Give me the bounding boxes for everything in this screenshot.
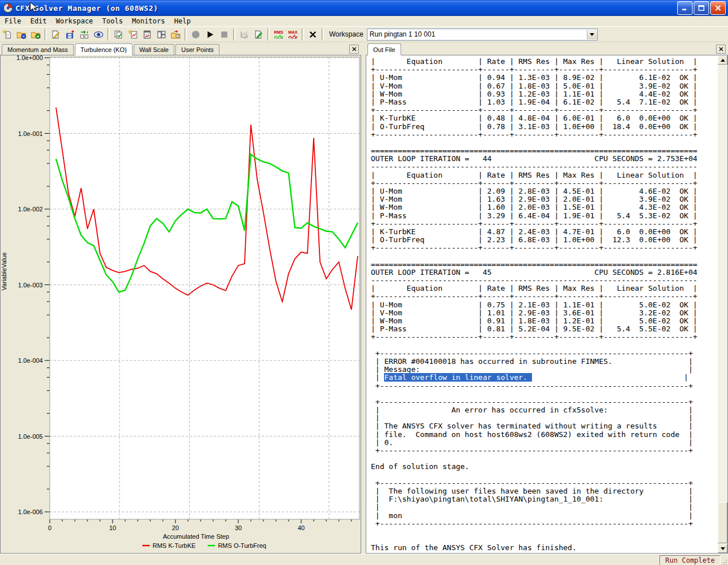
toolbar-separator [322,29,324,41]
workspace-options-button[interactable] [169,27,183,41]
new-monitor-button[interactable] [126,27,140,41]
out-file-text[interactable]: | Equation | Rate | RMS Res | Max Res | … [366,55,717,553]
out-file-line [371,471,717,479]
tab-momentum-and-mass[interactable]: Momentum and Mass [2,44,74,55]
out-file-line: ========================================… [371,147,717,155]
out-file-line: ----------------------------------------… [371,277,717,284]
tab-wall-scale[interactable]: Wall Scale [134,44,175,55]
scroll-down-button[interactable] [718,544,727,553]
menu-bar: FileEditWorkspaceToolsMonitorsHelp [0,16,728,26]
define-run-button[interactable] [49,27,63,41]
tab-turbulence-ko[interactable]: Turbulence (KO) [75,43,133,55]
toolbar-separator [185,29,187,41]
folder-windows-icon [171,30,181,39]
toolbar-separator [267,29,270,41]
y-axis-label: VariableValue [1,253,7,291]
out-file-line [371,390,717,398]
close-workspace-button[interactable] [306,27,320,41]
text-output-button[interactable] [140,27,154,41]
max-toggle-button[interactable]: MAX [286,27,300,41]
out-file-line: | U-Mom | 0.94 | 1.3E-03 | 8.9E-02 | 6.1… [371,74,717,82]
save-floppy-icon [65,30,75,39]
window-controls [676,1,728,15]
monitor-close-button[interactable] [349,45,359,54]
tile-plots-button[interactable] [154,27,169,41]
menu-tools[interactable]: Tools [98,17,127,26]
stop-run-button[interactable] [217,27,231,41]
out-file-line: This run of the ANSYS CFX Solver has fin… [371,544,717,552]
out-file-line: +-----------------------+------+--------… [371,333,717,341]
close-button[interactable] [710,1,726,15]
run-status-badge: Run Complete [659,555,721,565]
out-file-line [371,139,717,147]
out-file-line: +-----------------------+------+--------… [371,66,717,74]
out-file-line [371,528,717,536]
out-file-line: OUTER LOOP ITERATION = 45 CPU SECONDS = … [371,269,717,277]
app-window: CFX-Solver Manager (on 608WS2) FileEditW… [0,0,728,565]
save-settings-button[interactable] [63,27,77,41]
tab-out-file[interactable]: Out File [367,43,401,55]
rms-toggle-button[interactable]: RMS [271,27,286,41]
out-file-close-button[interactable] [716,45,726,54]
menu-monitors[interactable]: Monitors [127,17,170,26]
out-file-line: | W-Mom | 0.91 | 1.8E-03 | 1.2E-01 | 5.0… [371,317,717,325]
title-bar[interactable]: CFX-Solver Manager (on 608WS2) [0,0,728,16]
start-run-button[interactable] [203,27,217,41]
arrow-up-icon [721,59,725,62]
edit-pencil-icon [51,30,61,39]
resize-grip[interactable] [721,559,728,565]
out-file-line: +-----------------------+------+--------… [371,244,717,252]
out-file-line: | K-TurbKE | 4.87 | 2.4E-03 | 4.7E-01 | … [371,228,717,236]
monitor-check-button[interactable] [111,27,126,41]
chart-properties-button[interactable] [237,27,251,41]
menu-edit[interactable]: Edit [26,17,51,26]
out-file-line: | K-TurbKE | 0.48 | 4.8E-04 | 6.0E-01 | … [371,114,717,122]
out-file-line: | V-Mom | 1.63 | 2.9E-03 | 2.0E-01 | 3.9… [371,195,717,203]
close-x-icon [308,30,318,39]
rms-icon: RMS [274,30,283,39]
svg-text:1.0e-005: 1.0e-005 [18,433,43,440]
max-icon: MAX [288,30,298,39]
out-file-line: | U-Mom | 0.75 | 2.1E-03 | 1.1E-01 | 5.0… [371,301,717,309]
menu-file[interactable]: File [0,17,26,26]
out-file-line: | An error has occurred in cfx5solve: | [371,406,717,414]
import-solver-button[interactable] [77,27,91,41]
edit-plot-button[interactable] [251,27,266,41]
menu-workspace[interactable]: Workspace [51,17,98,26]
out-file-line: | U-Mom | 2.09 | 2.8E-03 | 4.5E-01 | 4.6… [371,187,717,195]
out-file-line: | Equation | Rate | RMS Res | Max Res | … [371,284,717,292]
view-run-button[interactable] [91,27,106,41]
scrollbar-thumb[interactable] [718,502,727,543]
out-file-line: | O-TurbFreq | 0.78 | 3.1E-03 | 1.0E+00 … [371,123,717,131]
out-file-line: | Fatal overflow in linear solver. | [371,374,717,382]
tile-windows-icon [157,30,166,39]
maximize-button[interactable] [694,1,709,15]
svg-text:1.0e-001: 1.0e-001 [18,130,43,137]
out-file-line: +---------------------------------------… [371,520,717,528]
combobox-dropdown-button[interactable] [587,30,597,39]
out-file-line [371,253,717,261]
menu-help[interactable]: Help [170,17,195,26]
panel-splitter[interactable] [361,42,366,554]
toolbar-separator [45,29,47,41]
chart-edit-icon [239,30,249,39]
out-file-line: | P-Mass | 3.29 | 6.4E-04 | 1.9E-01 | 5.… [371,212,717,220]
vertical-scrollbar[interactable] [718,55,727,553]
out-file-line: | | [371,414,717,422]
edit-green-icon [254,30,263,39]
record-button[interactable] [189,27,203,41]
play-icon [205,30,215,39]
tab-user-points[interactable]: User Points [175,44,219,55]
svg-text:0: 0 [48,524,51,531]
main-area: Momentum and MassTurbulence (KO)Wall Sca… [0,42,728,554]
out-file-line: | mon | [371,512,717,520]
open-run-button[interactable] [29,27,43,41]
scroll-up-button[interactable] [718,55,727,65]
minimize-button[interactable] [677,1,693,15]
out-file-line: | ERROR #004100018 has occurred in subro… [371,358,717,366]
open-file-button[interactable] [14,27,29,41]
workspace-combobox[interactable]: Run pingtan 1 10 001 [367,29,598,41]
new-file-button[interactable] [0,27,14,41]
out-file-line: | Equation | Rate | RMS Res | Max Res | … [371,171,717,179]
out-file-line: | W-Mom | 0.93 | 1.2E-03 | 1.1E-01 | 4.4… [371,90,717,98]
